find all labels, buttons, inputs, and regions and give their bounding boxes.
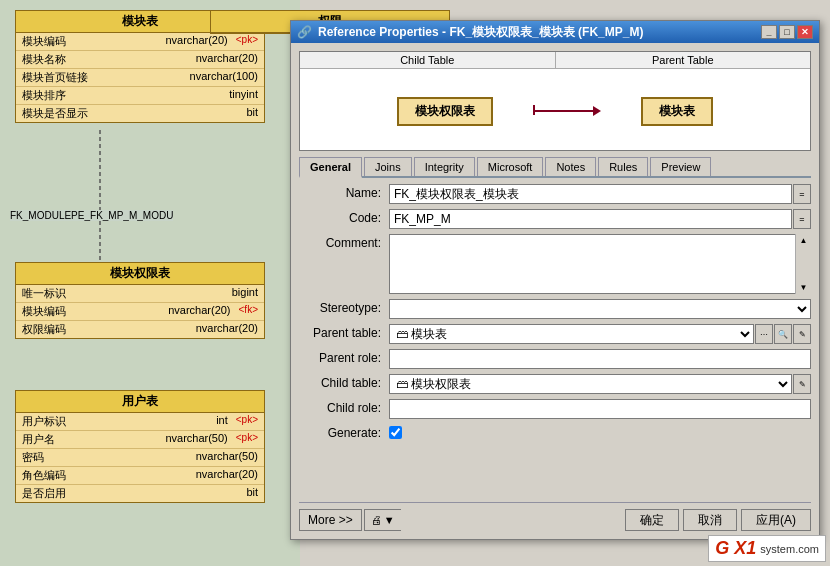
watermark: G X1 system.com [708,535,826,562]
parent-table-dropdown-row: 🗃 模块表 ⋯ 🔍 ✎ [389,324,811,344]
close-button[interactable]: ✕ [797,25,813,39]
comment-row: Comment: ▲ ▼ [299,234,811,294]
er-table-row: 模块名称 nvarchar(20) [16,51,264,69]
apply-button[interactable]: 应用(A) [741,509,811,531]
reference-properties-dialog: 🔗 Reference Properties - FK_模块权限表_模块表 (F… [290,20,820,540]
dialog-title: Reference Properties - FK_模块权限表_模块表 (FK_… [318,24,761,41]
er-table-row: 用户标识 int <pk> [16,413,264,431]
diagram-header: Child Table Parent Table [300,52,810,69]
more-button[interactable]: More >> [299,509,362,531]
code-label: Code: [299,209,389,225]
comment-label: Comment: [299,234,389,250]
name-label: Name: [299,184,389,200]
tab-notes[interactable]: Notes [545,157,596,176]
parent-table-label: Parent table: [299,324,389,340]
cancel-button[interactable]: 取消 [683,509,737,531]
stereotype-dropdown-row [389,299,811,319]
diagram-area: Child Table Parent Table 模块权限表 模块表 [299,51,811,151]
child-table-select[interactable]: 🗃 模块权限表 [389,374,792,394]
er-table-row: 用户名 nvarchar(50) <pk> [16,431,264,449]
stereotype-select[interactable] [389,299,811,319]
name-input[interactable] [389,184,792,204]
minimize-button[interactable]: _ [761,25,777,39]
arrow-head [593,106,601,116]
maximize-button[interactable]: □ [779,25,795,39]
er-table-row: 模块编码 nvarchar(20) <pk> [16,33,264,51]
child-table-label: Child table: [299,374,389,390]
code-row: Code: = [299,209,811,229]
diagram-parent-table: 模块表 [641,97,713,126]
er-table-row: 权限编码 nvarchar(20) [16,321,264,338]
generate-checkbox[interactable] [389,426,402,439]
er-table-row: 是否启用 bit [16,485,264,502]
er-table-module-permissions-title: 模块权限表 [16,263,264,285]
er-table-row: 模块是否显示 bit [16,105,264,122]
er-table-users: 用户表 用户标识 int <pk> 用户名 nvarchar(50) <pk> … [15,390,265,503]
dialog-footer: More >> 🖨 ▼ 确定 取消 应用(A) [299,502,811,531]
parent-table-select[interactable]: 🗃 模块表 [389,324,754,344]
child-role-row: Child role: [299,399,811,419]
tab-joins[interactable]: Joins [364,157,412,176]
parent-role-row: Parent role: [299,349,811,369]
generate-row: Generate: [299,424,811,440]
generate-label: Generate: [299,424,389,440]
dialog-body: Child Table Parent Table 模块权限表 模块表 Gener… [291,43,819,539]
stereotype-label: Stereotype: [299,299,389,315]
scrollup-btn[interactable]: ▲ [800,236,808,245]
diagram-arrow [533,106,601,116]
name-row: Name: = [299,184,811,204]
tabs-bar: General Joins Integrity Microsoft Notes … [299,157,811,178]
name-btn[interactable]: = [793,184,811,204]
watermark-logo: G X1 [715,538,756,559]
parent-table-btn1[interactable]: ⋯ [755,324,773,344]
arrow-tick [533,105,535,115]
code-input[interactable] [389,209,792,229]
er-table-users-title: 用户表 [16,391,264,413]
er-table-row: 角色编码 nvarchar(20) [16,467,264,485]
dialog-icon: 🔗 [297,25,312,39]
dialog-titlebar: 🔗 Reference Properties - FK_模块权限表_模块表 (F… [291,21,819,43]
form-area: Name: = Code: = Comment: ▲ ▼ [299,184,811,498]
er-table-row: 密码 nvarchar(50) [16,449,264,467]
scrolldown-btn[interactable]: ▼ [800,283,808,292]
diagram-child-table: 模块权限表 [397,97,493,126]
split-button-main[interactable]: 🖨 ▼ [364,509,401,531]
tab-microsoft[interactable]: Microsoft [477,157,544,176]
tab-rules[interactable]: Rules [598,157,648,176]
child-table-dropdown-row: 🗃 模块权限表 ✎ [389,374,811,394]
child-role-label: Child role: [299,399,389,415]
fk-label: FK_MODULEPE_FK_MP_M_MODU [10,210,173,221]
parent-table-header: Parent Table [556,52,811,69]
parent-table-btn2[interactable]: 🔍 [774,324,792,344]
dialog-controls: _ □ ✕ [761,25,813,39]
er-table-row: 模块排序 tinyint [16,87,264,105]
stereotype-row: Stereotype: [299,299,811,319]
er-table-row: 模块编码 nvarchar(20) <fk> [16,303,264,321]
tab-general[interactable]: General [299,157,362,178]
watermark-site: system.com [760,543,819,555]
er-table-row: 模块首页链接 nvarchar(100) [16,69,264,87]
parent-table-row: Parent table: 🗃 模块表 ⋯ 🔍 ✎ [299,324,811,344]
child-table-header: Child Table [300,52,556,69]
parent-role-input[interactable] [389,349,811,369]
child-table-row: Child table: 🗃 模块权限表 ✎ [299,374,811,394]
footer-right: 确定 取消 应用(A) [625,509,811,531]
split-button: 🖨 ▼ [364,509,401,531]
comment-input[interactable] [389,234,811,294]
diagram-tables: 模块权限表 模块表 [300,97,810,126]
parent-role-label: Parent role: [299,349,389,365]
tab-integrity[interactable]: Integrity [414,157,475,176]
er-table-row: 唯一标识 bigint [16,285,264,303]
child-table-btn1[interactable]: ✎ [793,374,811,394]
code-btn[interactable]: = [793,209,811,229]
ok-button[interactable]: 确定 [625,509,679,531]
er-table-module-permissions: 模块权限表 唯一标识 bigint 模块编码 nvarchar(20) <fk>… [15,262,265,339]
footer-left: More >> 🖨 ▼ [299,509,401,531]
child-role-input[interactable] [389,399,811,419]
tab-preview[interactable]: Preview [650,157,711,176]
parent-table-btn3[interactable]: ✎ [793,324,811,344]
arrow-body [533,110,593,112]
